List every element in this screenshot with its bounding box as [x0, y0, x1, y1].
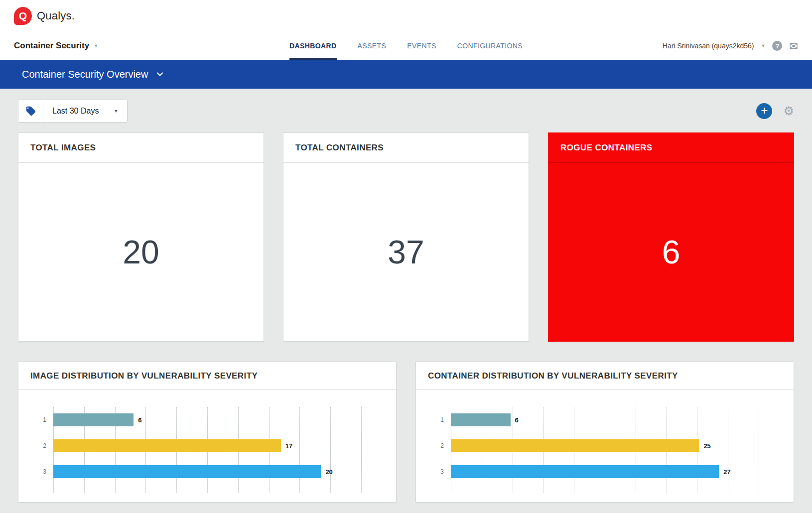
dashboard-selector-bar[interactable]: Container Security Overview	[0, 60, 812, 89]
chart-title: CONTAINER DISTRIBUTION BY VULNERABILITY …	[416, 362, 794, 390]
stat-card-total-containers[interactable]: TOTAL CONTAINERS 37	[283, 132, 529, 342]
logo-row: Q Qualys.	[0, 0, 812, 32]
bar-row: 27	[451, 459, 759, 485]
bar-severity-2[interactable]	[451, 439, 699, 452]
help-icon[interactable]: ?	[772, 41, 782, 51]
qualys-logo-text: Qualys.	[37, 9, 75, 22]
stat-row: TOTAL IMAGES 20 TOTAL CONTAINERS 37 ROGU…	[0, 132, 812, 342]
nav-left: Container Security ▼	[14, 32, 289, 60]
bar-severity-1[interactable]	[53, 413, 134, 426]
user-menu[interactable]: Hari Srinivasan (quays2kd56)	[663, 42, 754, 50]
bar-value-label: 27	[723, 468, 730, 476]
chart-body: 1 2 3 6 25 27	[416, 390, 794, 498]
qualys-logo-icon: Q	[14, 7, 32, 25]
tick-label: 1	[33, 407, 46, 433]
chart-card-image-distribution[interactable]: IMAGE DISTRIBUTION BY VULNERABILITY SEVE…	[18, 362, 397, 503]
tab-configurations[interactable]: CONFIGURATIONS	[457, 32, 523, 60]
chart-body: 1 2 3 6 17 20	[18, 390, 396, 498]
chart-row: IMAGE DISTRIBUTION BY VULNERABILITY SEVE…	[0, 362, 812, 503]
bar-value-label: 25	[703, 442, 710, 450]
chart-card-container-distribution[interactable]: CONTAINER DISTRIBUTION BY VULNERABILITY …	[415, 362, 794, 503]
tab-assets[interactable]: ASSETS	[358, 32, 387, 60]
toolbar: Last 30 Days ▼ + ⚙	[0, 89, 812, 132]
settings-gear-icon[interactable]: ⚙	[783, 105, 794, 117]
tick-label: 3	[33, 459, 46, 485]
bar-row: 17	[53, 433, 361, 459]
bar-row: 20	[53, 459, 361, 485]
bar-severity-2[interactable]	[53, 439, 281, 452]
date-range-dropdown[interactable]: Last 30 Days ▼	[43, 100, 127, 122]
filter-group: Last 30 Days ▼	[18, 100, 128, 123]
bar-severity-1[interactable]	[451, 413, 511, 426]
bar-row: 25	[451, 433, 759, 459]
bar-value-label: 17	[285, 442, 292, 450]
dashboard-main: TOTAL IMAGES 20 TOTAL CONTAINERS 37 ROGU…	[0, 132, 812, 503]
tab-events[interactable]: EVENTS	[407, 32, 436, 60]
bar-severity-3[interactable]	[451, 465, 719, 478]
gridline	[759, 407, 759, 493]
nav-row: Container Security ▼ DASHBOARD ASSETS EV…	[0, 32, 812, 60]
stat-card-rogue-containers[interactable]: ROGUE CONTAINERS 6	[548, 132, 794, 342]
mail-icon[interactable]: ✉	[789, 41, 798, 51]
chart-title: IMAGE DISTRIBUTION BY VULNERABILITY SEVE…	[18, 362, 396, 390]
tick-label: 1	[431, 407, 444, 433]
bar-severity-3[interactable]	[53, 465, 321, 478]
chevron-down-icon: ▼	[114, 109, 118, 114]
dashboard-title: Container Security Overview	[22, 69, 148, 80]
tag-icon	[25, 106, 36, 117]
bar-row: 6	[451, 407, 759, 433]
y-axis-ticks: 1 2 3	[33, 407, 46, 493]
bar-value-label: 6	[515, 416, 519, 424]
stat-card-total-images[interactable]: TOTAL IMAGES 20	[18, 132, 264, 342]
chevron-down-icon[interactable]: ▼	[761, 43, 765, 48]
add-widget-button[interactable]: +	[756, 103, 772, 119]
plot-area: 6 25 27	[451, 407, 759, 493]
tag-filter-button[interactable]	[18, 100, 43, 122]
bar-value-label: 20	[325, 468, 332, 476]
toolbar-right: + ⚙	[756, 103, 794, 119]
tab-dashboard[interactable]: DASHBOARD	[289, 32, 337, 60]
stat-card-value: 6	[548, 163, 794, 341]
tick-label: 2	[33, 433, 46, 459]
stat-card-title: ROGUE CONTAINERS	[548, 133, 794, 163]
tick-label: 2	[431, 433, 444, 459]
stat-card-title: TOTAL IMAGES	[18, 133, 264, 163]
app-switcher-label: Container Security	[14, 41, 89, 51]
nav-right: Hari Srinivasan (quays2kd56) ▼ ? ✉	[523, 32, 798, 60]
date-range-value: Last 30 Days	[52, 107, 99, 116]
stat-card-value: 20	[18, 163, 264, 341]
bar-row: 6	[53, 407, 361, 433]
main-nav: DASHBOARD ASSETS EVENTS CONFIGURATIONS	[289, 32, 523, 60]
qualys-logo: Q Qualys.	[14, 7, 75, 25]
app-switcher[interactable]: Container Security ▼	[14, 41, 98, 51]
chevron-down-icon: ▼	[94, 43, 98, 48]
tick-label: 3	[431, 459, 444, 485]
bar-value-label: 6	[138, 416, 141, 424]
top-header: Q Qualys. Container Security ▼ DASHBOARD…	[0, 0, 812, 60]
plot-area: 6 17 20	[53, 407, 361, 493]
chevron-down-icon[interactable]	[155, 69, 165, 79]
gridline	[361, 407, 362, 493]
stat-card-title: TOTAL CONTAINERS	[283, 133, 529, 163]
stat-card-value: 37	[283, 163, 529, 341]
y-axis-ticks: 1 2 3	[431, 407, 444, 493]
